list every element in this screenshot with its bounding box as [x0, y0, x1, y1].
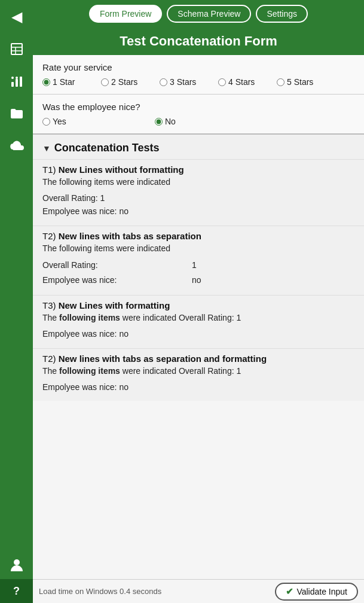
radio-4stars[interactable]: 4 Stars	[218, 77, 272, 87]
collapse-arrow[interactable]: ▼	[42, 144, 51, 153]
test-t3-desc: The following items were indicated Overa…	[42, 313, 354, 322]
svg-rect-5	[16, 79, 18, 87]
bottom-bar: Load time on Windows 0.4 seconds ✔ Valid…	[33, 579, 364, 603]
test-t2b-title: T2) New lines with tabs as separation an…	[42, 354, 354, 364]
concat-section: ▼ Concatenation Tests T1) New Lines with…	[33, 135, 364, 401]
test-t1-desc: The following items were indicated	[42, 177, 354, 187]
svg-rect-0	[11, 44, 22, 54]
radio-5stars[interactable]: 5 Stars	[277, 77, 331, 87]
rating-label: Rate your service	[42, 62, 354, 72]
tab-schema-preview[interactable]: Schema Preview	[167, 5, 251, 23]
validate-button[interactable]: ✔ Validate Input	[275, 583, 358, 601]
svg-point-9	[14, 559, 20, 565]
rating-section: Rate your service 1 Star 2 Stars 3 Stars…	[33, 55, 364, 95]
load-time: Load time on Windows 0.4 seconds	[39, 587, 161, 596]
table-icon[interactable]	[6, 38, 27, 60]
radio-1star[interactable]: 1 Star	[42, 77, 96, 87]
user-icon[interactable]	[6, 555, 27, 576]
concat-header: ▼ Concatenation Tests	[33, 135, 364, 159]
radio-3stars[interactable]: 3 Stars	[160, 77, 213, 87]
back-button[interactable]: ◀	[6, 6, 27, 28]
test-t2a-title: T2) New lines with tabs as separation	[42, 231, 354, 241]
test-t1-title: T1) New Lines without formatting	[42, 165, 354, 175]
test-t1-row2: Empolyee was nice: no	[42, 205, 354, 218]
concat-title: Concatenation Tests	[54, 142, 160, 154]
test-t2b-desc: The following items were indicated Overa…	[42, 366, 354, 376]
svg-rect-6	[20, 77, 22, 87]
svg-rect-4	[11, 82, 14, 87]
test-block-t3: T3) New Lines with formatting The follow…	[33, 295, 364, 348]
test-t2a-row2: Empolyee was nice: no	[42, 273, 354, 288]
svg-point-8	[16, 77, 18, 79]
validate-label: Validate Input	[296, 587, 347, 596]
test-block-t2b: T2) New lines with tabs as separation an…	[33, 348, 364, 401]
test-block-t2a: T2) New lines with tabs as separation Th…	[33, 226, 364, 295]
test-block-t1: T1) New Lines without formatting The fol…	[33, 159, 364, 226]
form-title: Test Concatenation Form	[33, 28, 364, 55]
validate-checkmark: ✔	[286, 586, 293, 597]
test-t2a-row1: Overall Rating: 1	[42, 258, 354, 273]
svg-point-7	[11, 77, 14, 79]
test-t2b-row: Empolyee was nice: no	[42, 380, 354, 394]
test-t3-title: T3) New Lines with formatting	[42, 300, 354, 310]
employee-label: Was the employee nice?	[42, 102, 354, 112]
rating-radio-group: 1 Star 2 Stars 3 Stars 4 Stars 5 Stars	[42, 77, 354, 87]
test-t2a-desc: The following items were indicated	[42, 243, 354, 253]
folder-icon[interactable]	[6, 103, 27, 124]
tab-form-preview[interactable]: Form Preview	[89, 5, 162, 23]
radio-yes[interactable]: Yes	[42, 117, 150, 126]
radio-no[interactable]: No	[155, 117, 209, 126]
main-area: Form Preview Schema Preview Settings Tes…	[33, 0, 364, 603]
employee-radio-group: Yes No	[42, 117, 354, 126]
content-panel: Test Concatenation Form Rate your servic…	[33, 28, 364, 603]
data-icon[interactable]	[6, 71, 27, 92]
help-icon[interactable]: ?	[0, 579, 33, 603]
sidebar: ◀ ?	[0, 0, 33, 603]
tab-settings[interactable]: Settings	[256, 5, 308, 23]
employee-section: Was the employee nice? Yes No	[33, 95, 364, 135]
top-nav: Form Preview Schema Preview Settings	[33, 0, 364, 28]
radio-2stars[interactable]: 2 Stars	[101, 77, 155, 87]
form-body: Rate your service 1 Star 2 Stars 3 Stars…	[33, 55, 364, 579]
test-t1-row1: Overall Rating: 1	[42, 191, 354, 205]
test-t3-row: Empolyee was nice: no	[42, 327, 354, 340]
cloud-icon[interactable]	[6, 135, 27, 157]
